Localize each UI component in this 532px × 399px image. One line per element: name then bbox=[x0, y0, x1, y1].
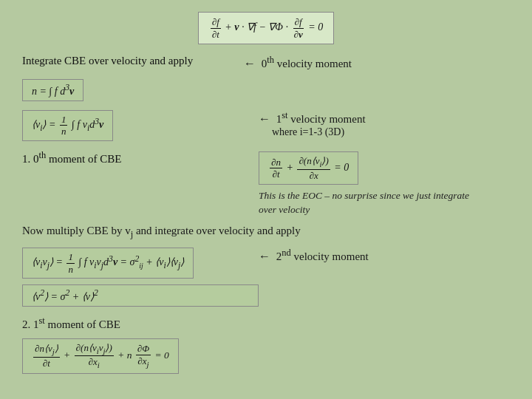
eoc-note: This is the EOC – no surprise since we j… bbox=[259, 189, 473, 217]
nth2-label: 2nd velocity moment bbox=[276, 250, 369, 262]
top-formula-box: ∂f∂t + v · ∇f − ∇Φ · ∂f∂v = 0 bbox=[198, 12, 334, 44]
vi-formula: ⟨vi⟩ = 1n ∫ f vid3v bbox=[22, 110, 113, 141]
vivj-formula-row: ⟨vivj⟩ = 1n ∫ f vivjd3v = σ2ij + ⟨vi⟩⟨vj… bbox=[22, 245, 510, 310]
multiply-label: Now multiply CBE by vj and integrate ove… bbox=[22, 225, 510, 240]
moment0-label: 1. 0th moment of CBE bbox=[22, 153, 121, 165]
vi-formula-right: ← 1st velocity moment where i=1-3 (3D) bbox=[259, 107, 510, 138]
nth0-label: 0th velocity moment bbox=[262, 58, 352, 69]
arrow-0th: ← bbox=[244, 57, 256, 69]
vivj-formula: ⟨vivj⟩ = 1n ∫ f vivjd3v = σ2ij + ⟨vi⟩⟨vj… bbox=[22, 248, 194, 279]
2nd-sup: nd bbox=[282, 248, 291, 258]
vivj-formula-right: ← 2nd velocity moment bbox=[259, 245, 510, 263]
moment0-formula: ∂n∂t + ∂(n⟨vi⟩)∂x = 0 bbox=[259, 151, 358, 185]
0th-moment-sup: th bbox=[39, 150, 47, 160]
slide: ∂f∂t + v · ∇f − ∇Φ · ∂f∂v = 0 Integrate … bbox=[0, 0, 532, 399]
multiply-text: Now multiply CBE by vj and integrate ove… bbox=[22, 225, 301, 236]
moment1-row: 2. 1st moment of CBE bbox=[22, 316, 510, 331]
moment0-row: 1. 0th moment of CBE ∂n∂t + ∂(n⟨vi⟩)∂x =… bbox=[22, 149, 510, 217]
moment1-label: 2. 1st moment of CBE bbox=[22, 318, 120, 330]
moment0-label-col: 1. 0th moment of CBE bbox=[22, 149, 259, 166]
1st-moment-sup: st bbox=[39, 316, 45, 326]
n-formula: n = ∫ f d3v bbox=[22, 79, 83, 101]
vivj-formula-left: ⟨vivj⟩ = 1n ∫ f vivjd3v = σ2ij + ⟨vi⟩⟨vj… bbox=[22, 245, 259, 310]
vi-formula-row: ⟨vi⟩ = 1n ∫ f vid3v ← 1st velocity momen… bbox=[22, 107, 510, 144]
nth1-sublabel: where i=1-3 (3D) bbox=[272, 126, 344, 137]
moment1-formula-container: ∂n⟨vj⟩∂t + ∂(n⟨vivj⟩)∂xi + n ∂Φ∂xj = 0 bbox=[22, 335, 510, 377]
v2-formula: ⟨v2⟩ = σ2 + ⟨v⟩2 bbox=[22, 284, 259, 307]
0th-sup: th bbox=[267, 55, 274, 65]
integrate-label: Integrate CBE over velocity and apply bbox=[22, 55, 193, 66]
arrow-2nd: ← bbox=[259, 250, 270, 262]
nth1-label: 1st velocity moment bbox=[276, 113, 366, 125]
n-formula-row: n = ∫ f d3v bbox=[22, 76, 510, 104]
top-formula-text: ∂f∂t + v · ∇f − ∇Φ · ∂f∂v = 0 bbox=[209, 21, 323, 33]
moment1-formula: ∂n⟨vj⟩∂t + ∂(n⟨vivj⟩)∂xi + n ∂Φ∂xj = 0 bbox=[22, 338, 179, 374]
row-integrate: Integrate CBE over velocity and apply ← … bbox=[22, 55, 510, 70]
nth0-col: ← 0th velocity moment bbox=[244, 55, 510, 70]
vi-formula-left: ⟨vi⟩ = 1n ∫ f vid3v bbox=[22, 107, 259, 144]
integrate-label-col: Integrate CBE over velocity and apply bbox=[22, 55, 244, 67]
top-formula-container: ∂f∂t + v · ∇f − ∇Φ · ∂f∂v = 0 bbox=[22, 12, 510, 44]
vj-sub: j bbox=[131, 229, 133, 239]
moment0-formula-col: ∂n∂t + ∂(n⟨vi⟩)∂x = 0 This is the EOC – … bbox=[259, 149, 510, 217]
1st-sup: st bbox=[282, 110, 287, 120]
arrow-1st: ← bbox=[259, 112, 270, 125]
n-formula-left: n = ∫ f d3v bbox=[22, 76, 259, 104]
